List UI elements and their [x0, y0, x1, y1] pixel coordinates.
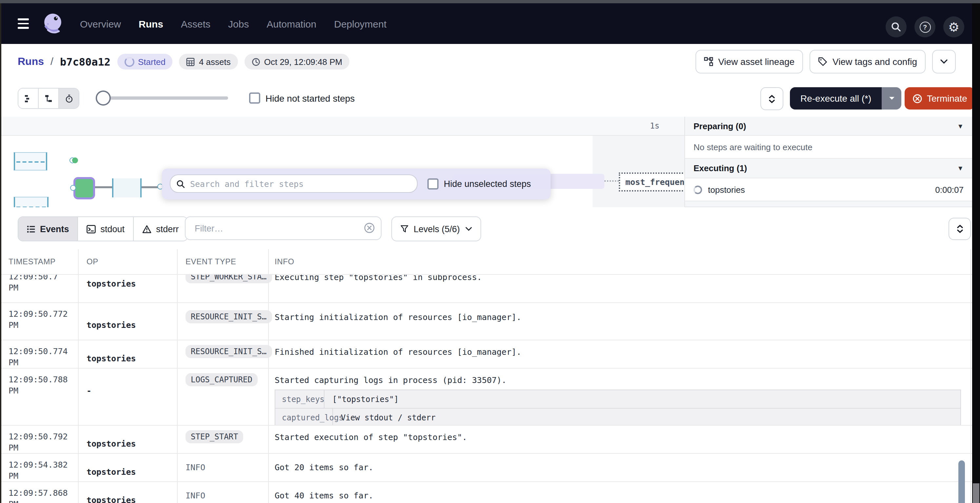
- search-button[interactable]: [886, 16, 907, 37]
- panel-section-errored[interactable]: Errored (0) ▼: [685, 201, 972, 207]
- cell-op: -: [86, 369, 177, 395]
- nav-item-overview[interactable]: Overview: [80, 18, 121, 29]
- hide-not-started-label: Hide not started steps: [266, 93, 355, 103]
- tab-stderr[interactable]: stderr: [134, 217, 187, 241]
- terminate-button[interactable]: Terminate: [905, 87, 975, 110]
- table-row[interactable]: 12:09:50.7PM topstories STEP_WORKER_STA……: [0, 275, 972, 303]
- gantt-step-most-frequent[interactable]: most_frequent: [619, 172, 684, 191]
- preparing-empty-row: No steps are waiting to execute: [685, 136, 972, 159]
- funnel-icon: [401, 225, 408, 233]
- nav-item-automation[interactable]: Automation: [266, 18, 316, 29]
- nav-item-assets[interactable]: Assets: [181, 18, 210, 29]
- event-metadata-table: step_keys ["topstories"] captured_logs V…: [275, 390, 961, 426]
- gantt-step-selected-topstories[interactable]: [73, 177, 95, 199]
- hide-unselected-checkbox[interactable]: [427, 178, 439, 189]
- view-mode-timed-button[interactable]: [59, 89, 79, 108]
- dagster-logo-icon[interactable]: [41, 12, 65, 36]
- panel-section-preparing[interactable]: Preparing (0) ▼: [685, 117, 972, 136]
- executing-step-row[interactable]: topstories 0:00:07: [685, 178, 972, 201]
- reexecute-all-button[interactable]: Re-execute all (*): [790, 87, 882, 110]
- captured-logs-link[interactable]: View stdout / stderr: [333, 413, 436, 422]
- hide-unselected-label: Hide unselected steps: [444, 179, 531, 189]
- hide-not-started-checkbox[interactable]: [249, 92, 260, 103]
- caret-down-icon: ▼: [957, 165, 964, 172]
- table-row[interactable]: 12:09:50.792PM topstories STEP_START Sta…: [0, 426, 972, 454]
- terminate-label: Terminate: [927, 93, 967, 103]
- events-expand-button[interactable]: [948, 218, 971, 240]
- event-type-badge: STEP_START: [186, 430, 243, 443]
- table-row[interactable]: 12:09:57.868PM topstories INFO Got 40 it…: [0, 482, 972, 503]
- cell-op: topstories: [86, 303, 177, 330]
- caret-down-icon: ▼: [957, 122, 964, 129]
- reexecute-split-button: Re-execute all (*): [790, 87, 901, 110]
- gantt-step-running-segment[interactable]: [112, 178, 142, 197]
- view-mode-waterfall-button[interactable]: [39, 89, 59, 108]
- table-row[interactable]: 12:09:50.774PM topstories RESOURCE_INIT_…: [0, 341, 972, 369]
- events-toolbar: Events stdout stderr: [0, 207, 972, 250]
- step-search-input[interactable]: [170, 174, 418, 193]
- tab-events[interactable]: Events: [18, 217, 78, 241]
- cell-timestamp: 12:09:50.772: [8, 309, 68, 319]
- gantt-step-not-started-1[interactable]: [14, 152, 47, 170]
- col-header-timestamp: TIMESTAMP: [0, 257, 78, 266]
- event-level-label: INFO: [186, 482, 268, 500]
- gantt-dotted-connector: [605, 180, 619, 181]
- up-down-chevrons-icon: [956, 224, 963, 234]
- run-header-row: Runs / b7c80a12 Started 4 assets: [0, 44, 972, 80]
- tab-stdout[interactable]: stdout: [78, 217, 134, 241]
- nav-items: Overview Runs Assets Jobs Automation Dep…: [80, 3, 387, 44]
- gantt-step-not-started-2[interactable]: [14, 197, 49, 208]
- metadata-row: step_keys ["topstories"]: [275, 390, 960, 409]
- clock-icon: [252, 57, 260, 66]
- window-scrollbar-track[interactable]: [972, 3, 980, 503]
- hamburger-menu-icon[interactable]: [18, 18, 29, 29]
- event-type-badge: RESOURCE_INIT_S…: [186, 310, 272, 323]
- gantt-step-dot[interactable]: [72, 158, 78, 163]
- start-time-label: Oct 29, 12:09:48 PM: [264, 57, 342, 67]
- search-icon: [177, 180, 185, 188]
- breadcrumb: Runs / b7c80a12 Started 4 assets: [18, 44, 349, 80]
- table-row[interactable]: 12:09:50.788PM - LOGS_CAPTURED Started c…: [0, 369, 972, 426]
- zoom-slider-track[interactable]: [98, 96, 228, 100]
- waterfall-icon: [44, 94, 53, 103]
- desktop-edge-sliver: [0, 3, 1, 503]
- help-button[interactable]: ?: [915, 16, 935, 37]
- cell-ampm: PM: [8, 499, 18, 503]
- table-scrollbar-thumb[interactable]: [958, 460, 965, 503]
- preparing-empty-label: No steps are waiting to execute: [694, 142, 813, 152]
- tab-events-label: Events: [40, 224, 69, 234]
- clear-filter-button[interactable]: [364, 222, 375, 234]
- gantt-chart: 1s most_frequent Hide unselected steps: [0, 117, 684, 208]
- chevron-down-icon: [940, 59, 948, 64]
- gantt-time-axis: 1s: [0, 117, 684, 136]
- settings-button[interactable]: ⚙: [943, 16, 964, 37]
- cell-info: Finished initialization of resources [io…: [275, 341, 972, 357]
- header-more-button[interactable]: [932, 50, 956, 73]
- window-scrollbar-thumb[interactable]: [973, 483, 979, 503]
- view-tags-config-label: View tags and config: [832, 56, 917, 67]
- table-row[interactable]: 12:09:54.382PM topstories INFO Got 20 it…: [0, 454, 972, 482]
- panel-section-executing[interactable]: Executing (1) ▼: [685, 159, 972, 178]
- reexecute-dropdown-button[interactable]: [882, 87, 901, 110]
- zoom-slider-thumb[interactable]: [96, 91, 111, 105]
- log-filter-input[interactable]: [185, 216, 382, 240]
- cell-timestamp: 12:09:50.792: [8, 431, 68, 441]
- view-tags-config-button[interactable]: View tags and config: [810, 50, 926, 73]
- nav-item-jobs[interactable]: Jobs: [228, 18, 249, 29]
- nav-item-deployment[interactable]: Deployment: [334, 18, 387, 29]
- asset-count-badge[interactable]: 4 assets: [179, 54, 238, 70]
- up-down-chevrons-icon: [768, 94, 775, 103]
- event-level-label: INFO: [186, 454, 268, 472]
- log-tabs: Events stdout stderr: [18, 216, 188, 241]
- breadcrumb-runs-link[interactable]: Runs: [18, 56, 44, 68]
- view-asset-lineage-button[interactable]: View asset lineage: [695, 50, 803, 73]
- table-row[interactable]: 12:09:50.772PM topstories RESOURCE_INIT_…: [0, 303, 972, 341]
- levels-filter-button[interactable]: Levels (5/6): [391, 216, 481, 241]
- cell-ampm: PM: [8, 385, 18, 395]
- event-type-badge: STEP_WORKER_STA…: [186, 275, 272, 283]
- view-mode-flat-button[interactable]: [18, 89, 39, 108]
- cell-timestamp: 12:09:50.774: [8, 346, 68, 356]
- top-navbar: Overview Runs Assets Jobs Automation Dep…: [0, 3, 980, 44]
- nav-item-runs[interactable]: Runs: [138, 18, 163, 29]
- gantt-expand-button[interactable]: [760, 87, 783, 110]
